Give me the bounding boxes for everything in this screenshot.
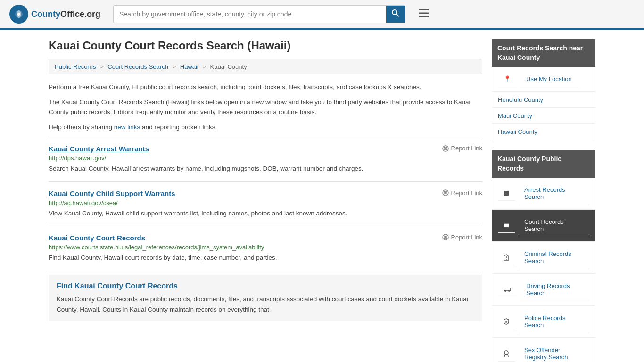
find-section: Find Kauai County Court Records Kauai Co… [49,275,482,321]
sidebar-nearby-header: Court Records Search near Kauai County [492,39,595,67]
svg-rect-7 [419,16,429,17]
report-link-1[interactable]: Report Link [442,189,482,197]
svg-point-23 [508,290,510,292]
sidebar-icon-1 [498,218,515,233]
report-link-2[interactable]: Report Link [442,234,482,241]
breadcrumb-hawaii[interactable]: Hawaii [180,63,198,70]
result-url-2: https://www.courts.state.hi.us/legal_ref… [49,244,482,251]
result-title-0[interactable]: Kauai County Arrest Warrants [49,145,149,153]
results-container: Kauai County Arrest Warrants Report Link… [49,137,482,270]
location-pin-icon: 📍 [498,71,517,87]
svg-rect-5 [419,9,429,10]
sidebar-item-honolulu[interactable]: Honolulu County [492,92,595,108]
sidebar-icon-5 [498,346,515,362]
content-area: Kauai County Court Records Search (Hawai… [49,39,482,362]
result-description-1: View Kauai County, Hawaii child support … [49,209,482,218]
svg-text:★: ★ [505,321,507,323]
sidebar-item-arrest-records-search[interactable]: Arrest Records Search [492,178,595,210]
sidebar-icon-2 [498,250,515,265]
result-card: Kauai County Child Support Warrants Repo… [49,181,482,226]
breadcrumb: Public Records > Court Records Search > … [49,59,482,74]
search-input[interactable] [114,7,386,22]
description-1: Perform a free Kauai County, HI public c… [49,82,482,92]
page-title: Kauai County Court Records Search (Hawai… [49,39,482,52]
sidebar-nearby-section: Court Records Search near Kauai County 📍… [492,39,595,140]
result-url-0: http://dps.hawaii.gov/ [49,155,482,162]
breadcrumb-current: Kauai County [210,63,247,70]
svg-point-25 [504,351,508,354]
svg-point-3 [392,10,397,15]
main-container: Kauai County Court Records Search (Hawai… [39,30,605,362]
sidebar-icon-4: ★ [498,314,515,329]
sidebar-nearby-list: 📍 Use My Location Honolulu County Maui C… [492,67,595,140]
breadcrumb-public-records[interactable]: Public Records [55,63,96,70]
report-link-0[interactable]: Report Link [442,145,482,152]
sidebar-icon-0 [498,186,515,201]
svg-line-4 [396,14,399,16]
result-url-1: http://ag.hawaii.gov/csea/ [49,199,482,206]
description-2: The Kauai County Court Records Search (H… [49,97,482,117]
sidebar-public-records-header: Kauai County Public Records [492,150,595,178]
svg-rect-6 [419,13,429,14]
result-title-1[interactable]: Kauai County Child Support Warrants [49,189,175,197]
find-section-description: Kauai County Court Records are public re… [57,294,474,314]
logo-text: CountyOffice.org [31,9,100,19]
svg-point-22 [504,290,506,292]
sidebar-item-driving-records-search[interactable]: Driving Records Search [492,274,595,306]
result-title-2[interactable]: Kauai County Court Records [49,234,145,242]
result-description-2: Find Kauai County, Hawaii court records … [49,253,482,263]
sidebar-item-court-records-search[interactable]: Court Records Search [492,210,595,242]
find-section-title: Find Kauai County Court Records [57,282,474,290]
menu-button[interactable] [415,6,433,22]
sidebar-item-sex-offender-registry-search[interactable]: Sex Offender Registry Search [492,338,595,362]
svg-point-2 [17,13,20,16]
sidebar-records-list: Arrest Records Search Court Records Sear… [492,178,595,362]
breadcrumb-court-records-search[interactable]: Court Records Search [107,63,168,70]
sidebar-item-criminal-records-search[interactable]: Criminal Records Search [492,242,595,274]
result-description-0: Search Kauai County, Hawaii arrest warra… [49,164,482,173]
sidebar-item-police-records-search[interactable]: ★ Police Records Search [492,306,595,338]
svg-point-20 [506,259,507,260]
result-card: Kauai County Arrest Warrants Report Link… [49,137,482,181]
site-header: CountyOffice.org [0,0,644,30]
description-3: Help others by sharing new links and rep… [49,122,482,132]
new-links-link[interactable]: new links [114,123,140,131]
search-bar [113,5,405,23]
sidebar-public-records-section: Kauai County Public Records Arrest Recor… [492,150,595,362]
result-card: Kauai County Court Records Report Link h… [49,226,482,270]
logo-icon [9,5,28,24]
sidebar-item-hawaii[interactable]: Hawaii County [492,124,595,140]
svg-rect-15 [504,223,509,227]
sidebar: Court Records Search near Kauai County 📍… [492,39,595,362]
logo-area: CountyOffice.org [9,5,104,24]
sidebar-item-use-location[interactable]: 📍 Use My Location [492,67,595,92]
sidebar-item-maui[interactable]: Maui County [492,108,595,124]
svg-rect-14 [504,191,509,196]
search-button[interactable] [386,6,405,23]
sidebar-icon-3 [498,283,517,296]
